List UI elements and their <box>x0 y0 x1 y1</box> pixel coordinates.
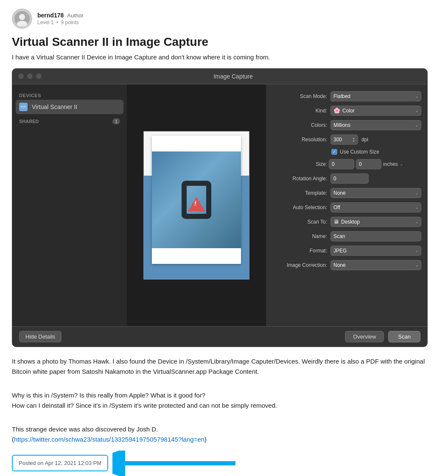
user-meta: Level 1 • 9 points <box>37 20 84 25</box>
kind-value: Color <box>342 108 355 114</box>
image-correction-row: Image Correction: None ⌄ <box>272 260 421 270</box>
auto-selection-row: Auto Selection: Off ⌄ <box>272 202 421 213</box>
chevron-down-icon: ⌄ <box>415 263 418 267</box>
colors-select[interactable]: Millions ⌄ <box>330 120 421 130</box>
chevron-down-icon: ⌄ <box>415 205 418 210</box>
window-titlebar: Image Capture <box>12 69 427 84</box>
template-label: Template: <box>272 190 327 196</box>
chevron-down-icon: ⌄ <box>415 123 418 127</box>
kind-row: Kind: 🌸 Color ⌄ <box>272 106 421 116</box>
svg-rect-5 <box>20 106 26 107</box>
colors-label: Colors: <box>272 122 327 128</box>
resolution-stepper[interactable]: 300 ▲ ▼ <box>330 134 358 145</box>
preview-area: ! <box>127 84 266 326</box>
format-value: JPEG <box>333 248 347 254</box>
username: bernd178 <box>37 12 64 19</box>
overview-button[interactable]: Overview <box>345 331 384 342</box>
resolution-row: Resolution: 300 ▲ ▼ dpi <box>272 134 421 145</box>
template-select[interactable]: None ⌄ <box>330 188 421 198</box>
format-select[interactable]: JPEG ⌄ <box>330 246 421 256</box>
photo-card: ! <box>152 136 241 264</box>
size-height-input[interactable] <box>356 159 381 169</box>
author-badge: Author <box>67 12 83 19</box>
scan-to-select-inner: 🖥 Desktop <box>333 218 360 225</box>
chevron-down-icon: ⌄ <box>415 108 418 113</box>
scan-image: ! <box>144 132 249 279</box>
name-row: Name: Scan <box>272 231 421 241</box>
name-input[interactable]: Scan <box>330 231 421 241</box>
scan-to-select[interactable]: 🖥 Desktop ⌄ <box>330 217 421 227</box>
post-body-3: This strange device was also discovered … <box>12 424 436 445</box>
window-title: Image Capture <box>45 73 421 80</box>
kind-select[interactable]: 🌸 Color ⌄ <box>330 106 421 116</box>
image-correction-label: Image Correction: <box>272 262 327 268</box>
stepper-arrows: ▲ ▼ <box>352 137 355 143</box>
scan-to-value: Desktop <box>341 219 360 225</box>
device-name: Virtual Scanner II <box>32 104 77 110</box>
scan-button[interactable]: Scan <box>388 331 420 342</box>
user-level: Level 1 <box>37 20 54 25</box>
resolution-value: 300 <box>333 137 342 143</box>
post-body-1: It shows a photo by Thomas Hawk. I also … <box>12 356 436 377</box>
avatar <box>12 8 32 29</box>
window-bottom-bar: Hide Details Overview Scan <box>12 326 427 347</box>
sidebar-shared-badge: 1 <box>112 118 120 124</box>
image-correction-value: None <box>333 262 346 268</box>
auto-selection-label: Auto Selection: <box>272 204 327 210</box>
post-title: Virtual Scanner II in Image Capture <box>12 35 436 49</box>
post-body-2: Why is this in /System? Is this really f… <box>12 390 436 411</box>
sidebar-devices-label: DEVICES <box>12 90 127 100</box>
custom-size-row: ✓ Use Custom Size <box>331 149 421 155</box>
twitter-link[interactable]: https://twitter.com/schwa23/status/13325… <box>14 436 204 443</box>
rotation-label: Rotation Angle: <box>272 176 327 182</box>
size-unit: inches <box>383 161 398 167</box>
rotation-row: Rotation Angle: 0 <box>272 174 421 184</box>
scan-mode-select[interactable]: Flatbed ⌄ <box>330 91 421 101</box>
colors-value: Millions <box>333 122 350 128</box>
annotation-row: Posted on Apr 12, 2021 12:03 PM <box>12 451 436 476</box>
image-correction-select[interactable]: None ⌄ <box>330 260 421 270</box>
size-row: Size: inches ⌄ <box>272 159 421 169</box>
hide-details-button[interactable]: Hide Details <box>19 331 62 342</box>
post-header: bernd178 Author Level 1 • 9 points <box>12 8 436 29</box>
traffic-light-yellow <box>27 73 33 79</box>
app-window: Image Capture DEVICES Virtual Scanner II… <box>12 68 428 347</box>
custom-size-checkbox[interactable]: ✓ <box>331 149 337 155</box>
stepper-up-icon: ▲ <box>352 137 355 140</box>
rotation-input[interactable]: 0 <box>330 174 369 184</box>
template-row: Template: None ⌄ <box>272 188 421 198</box>
name-label: Name: <box>272 233 327 239</box>
scan-mode-label: Scan Mode: <box>272 93 327 99</box>
user-info: bernd178 Author Level 1 • 9 points <box>37 12 84 25</box>
scan-mode-row: Scan Mode: Flatbed ⌄ <box>272 91 421 101</box>
scan-preview: ! <box>143 131 249 280</box>
scan-button-group: Overview Scan <box>345 331 420 342</box>
kind-label: Kind: <box>272 108 327 114</box>
size-width-input[interactable] <box>329 159 354 169</box>
desktop-icon: 🖥 <box>333 218 339 225</box>
custom-size-label: Use Custom Size <box>340 149 379 155</box>
template-value: None <box>333 190 346 196</box>
sidebar-shared-row: SHARED 1 <box>12 114 127 126</box>
scan-mode-value: Flatbed <box>333 93 350 99</box>
post-intro: I have a Virtual Scanner II Device in Im… <box>12 53 436 61</box>
inches-chevron-icon: ⌄ <box>400 162 403 166</box>
size-label: Size: <box>272 161 327 167</box>
auto-selection-value: Off <box>333 204 340 210</box>
kind-emoji: 🌸 <box>333 107 340 114</box>
dot-separator: • <box>56 20 58 25</box>
chevron-down-icon: ⌄ <box>415 190 418 195</box>
timestamp-text: Posted on Apr 12, 2021 12:03 PM <box>19 460 101 466</box>
stepper-down-icon: ▼ <box>352 140 355 143</box>
name-value: Scan <box>333 233 345 239</box>
size-inputs: inches ⌄ <box>329 159 421 169</box>
traffic-light-green <box>36 73 42 79</box>
user-points: 9 points <box>61 20 79 25</box>
chevron-down-icon: ⌄ <box>415 248 418 253</box>
sidebar: DEVICES Virtual Scanner II SHARED 1 <box>12 84 127 326</box>
chevron-down-icon: ⌄ <box>415 219 418 224</box>
window-body: DEVICES Virtual Scanner II SHARED 1 <box>12 84 427 326</box>
kind-select-inner: 🌸 Color <box>333 107 355 114</box>
auto-selection-select[interactable]: Off ⌄ <box>330 202 421 213</box>
sidebar-item-virtual-scanner[interactable]: Virtual Scanner II <box>16 100 123 114</box>
